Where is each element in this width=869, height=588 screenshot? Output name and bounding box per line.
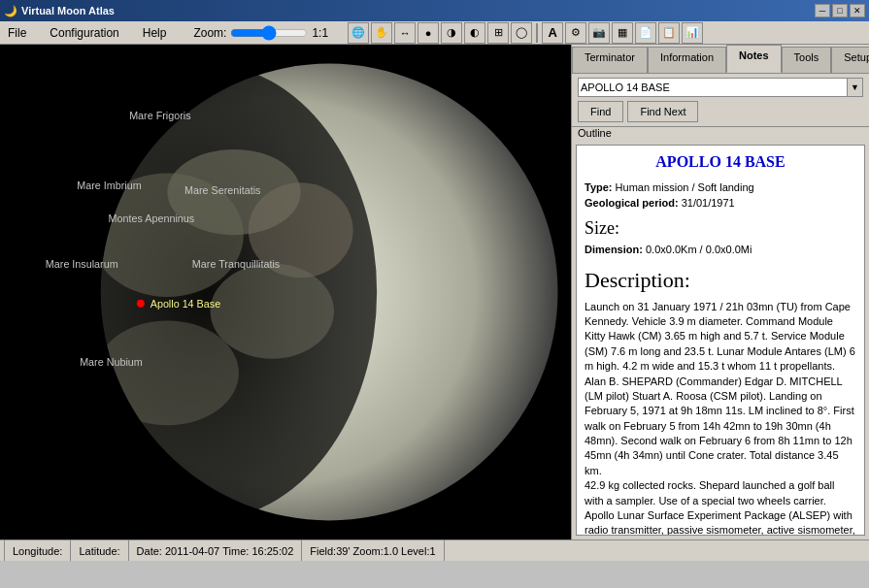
menu-help[interactable]: Help: [139, 24, 171, 42]
zoom-label: Zoom:: [193, 26, 226, 40]
find-next-button[interactable]: Find Next: [627, 101, 698, 122]
outline-area: Outline: [572, 127, 869, 145]
title-bar: 🌙 Virtual Moon Atlas ─ □ ✕: [0, 0, 869, 21]
field-status: Field:39' Zoom:1.0 Level:1: [302, 540, 444, 561]
table-tool[interactable]: ▦: [612, 22, 633, 44]
tab-terminator[interactable]: Terminator: [572, 47, 648, 73]
mare-tranquillitatis-label: Mare Tranquillitatis: [192, 258, 280, 270]
date-status: Date: 2011-04-07 Time: 16:25:02: [129, 540, 303, 561]
tab-setup[interactable]: Setup: [831, 47, 869, 73]
montes-apenninus-label: Montes Apenninus: [109, 212, 195, 224]
right-panel: Terminator Information Notes Tools Setup…: [571, 45, 869, 539]
status-bar: Longitude: Latitude: Date: 2011-04-07 Ti…: [0, 539, 869, 561]
close-button[interactable]: ✕: [850, 4, 865, 17]
search-input[interactable]: [578, 78, 848, 97]
moon-svg: Mare Frigoris Mare Imbrium Mare Serenita…: [0, 45, 571, 539]
main-content: Mare Frigoris Mare Imbrium Mare Serenita…: [0, 45, 869, 539]
doc2-tool[interactable]: 📋: [658, 22, 680, 44]
doc1-tool[interactable]: 📄: [635, 22, 656, 44]
menu-bar: File Configuration Help Zoom: 1:1 🌐 ✋ ↔ …: [0, 21, 869, 45]
mare-nubium-label: Mare Nubium: [80, 356, 143, 368]
geo-value: 31/01/1971: [682, 197, 735, 209]
full-moon-tool[interactable]: ●: [418, 22, 439, 44]
title-bar-left: 🌙 Virtual Moon Atlas: [4, 5, 115, 17]
grid-tool[interactable]: ⊞: [487, 22, 509, 44]
tab-information[interactable]: Information: [648, 47, 726, 73]
dimension-label: Dimension:: [585, 244, 643, 255]
search-row: ▼: [578, 78, 863, 97]
search-dropdown-button[interactable]: ▼: [848, 78, 863, 97]
gear-tool[interactable]: ⚙: [565, 22, 586, 44]
dimension-value: 0.0x0.0Km / 0.0x0.0Mi: [646, 244, 752, 255]
find-button[interactable]: Find: [578, 101, 623, 122]
moon-map[interactable]: Mare Frigoris Mare Imbrium Mare Serenita…: [0, 45, 571, 539]
title-bar-controls: ─ □ ✕: [815, 4, 865, 17]
info-panel[interactable]: APOLLO 14 BASE Type: Human mission / Sof…: [576, 145, 865, 536]
size-title: Size:: [585, 216, 856, 241]
zoom-slider[interactable]: [230, 25, 308, 41]
tab-notes[interactable]: Notes: [726, 45, 782, 73]
mare-serenitatis-label: Mare Serenitatis: [184, 184, 260, 196]
quarter-moon-tool[interactable]: ◐: [464, 22, 485, 44]
type-value: Human mission / Soft landing: [616, 181, 754, 193]
apollo-marker: [137, 300, 145, 308]
info-dimension: Dimension: 0.0x0.0Km / 0.0x0.0Mi: [585, 243, 856, 257]
svg-point-7: [211, 264, 335, 359]
text-tool[interactable]: A: [542, 22, 563, 44]
description-text: Launch on 31 January 1971 / 21h 03mn (TU…: [585, 300, 856, 536]
menu-file[interactable]: File: [4, 24, 30, 42]
globe-tool[interactable]: 🌐: [348, 22, 369, 44]
mare-imbrium-label: Mare Imbrium: [77, 180, 141, 191]
maximize-button[interactable]: □: [832, 4, 848, 17]
zoom-area: Zoom: 1:1: [193, 25, 328, 41]
camera-tool[interactable]: 📷: [588, 22, 610, 44]
latitude-status: Latitude:: [71, 540, 128, 561]
info-title: APOLLO 14 BASE: [585, 151, 856, 173]
arrows-tool[interactable]: ↔: [394, 22, 416, 44]
buttons-row: Find Find Next: [578, 101, 863, 122]
apollo-label: Apollo 14 Base: [150, 298, 220, 310]
chart-tool[interactable]: 📊: [682, 22, 703, 44]
search-area: ▼ Find Find Next: [572, 74, 869, 127]
type-label: Type:: [585, 181, 613, 193]
outline-label: Outline: [578, 127, 863, 139]
menu-configuration[interactable]: Configuration: [46, 24, 122, 42]
geo-label: Geological period:: [585, 197, 679, 209]
mare-frigoris-label: Mare Frigoris: [129, 110, 190, 121]
app-title: Virtual Moon Atlas: [21, 5, 115, 16]
minimize-button[interactable]: ─: [815, 4, 830, 17]
toolbar-separator: [536, 23, 538, 43]
toolbar: 🌐 ✋ ↔ ● ◑ ◐ ⊞ ◯ A ⚙ 📷 ▦ 📄 📋 📊: [348, 22, 703, 44]
info-geo: Geological period: 31/01/1971: [585, 196, 856, 211]
longitude-status: Longitude:: [4, 540, 71, 561]
tabs-area: Terminator Information Notes Tools Setup…: [572, 45, 869, 74]
ellipse-tool[interactable]: ◯: [511, 22, 532, 44]
tab-tools[interactable]: Tools: [782, 47, 832, 73]
desc-title: Description:: [585, 266, 856, 296]
hand-tool[interactable]: ✋: [371, 22, 392, 44]
zoom-value: 1:1: [312, 26, 328, 40]
info-type: Type: Human mission / Soft landing: [585, 180, 856, 195]
app-icon: 🌙: [4, 5, 17, 17]
half-moon-tool[interactable]: ◑: [441, 22, 462, 44]
mare-insularum-label: Mare Insularum: [46, 258, 118, 270]
